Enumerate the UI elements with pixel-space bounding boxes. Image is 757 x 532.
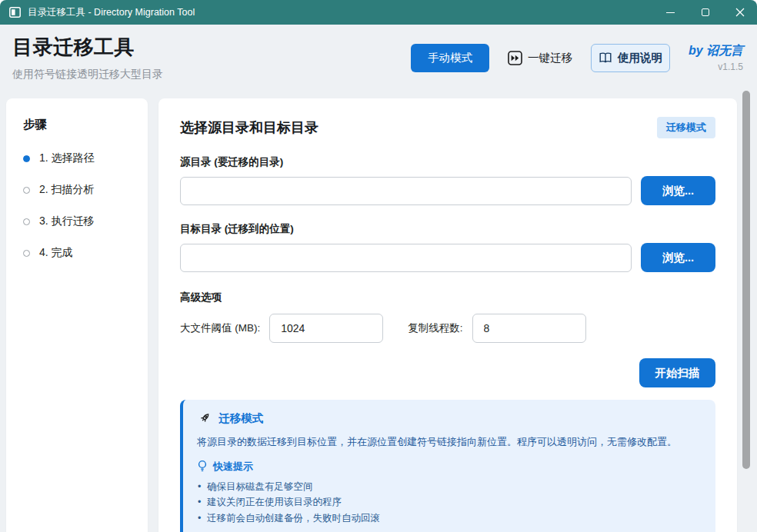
threads-input[interactable] — [472, 314, 586, 343]
window-title: 目录迁移工具 - Directory Migration Tool — [28, 6, 195, 19]
help-button[interactable]: 使用说明 — [591, 44, 670, 72]
browse-source-button[interactable]: 浏览... — [641, 176, 715, 205]
close-icon — [735, 8, 745, 17]
threshold-input[interactable] — [269, 314, 383, 343]
titlebar: 目录迁移工具 - Directory Migration Tool — [0, 0, 757, 25]
lightbulb-icon — [197, 460, 208, 473]
help-button-label: 使用说明 — [618, 51, 662, 65]
step-bullet-active — [23, 155, 30, 162]
fast-forward-icon — [508, 51, 522, 65]
step-label: 1. 选择路径 — [39, 151, 95, 165]
threshold-label: 大文件阈值 (MB): — [180, 321, 260, 335]
content-area: 步骤 1. 选择路径 2. 扫描分析 3. 执行迁移 4. 完成 选择源目录和目… — [0, 94, 757, 532]
step-label: 3. 执行迁移 — [39, 214, 95, 228]
mode-badge: 迁移模式 — [657, 117, 715, 138]
scrollbar-thumb[interactable] — [742, 91, 750, 469]
info-box-title: 迁移模式 — [218, 411, 263, 426]
step-bullet — [23, 218, 30, 225]
step-item-select-path[interactable]: 1. 选择路径 — [23, 151, 131, 165]
source-directory-label: 源目录 (要迁移的目录) — [180, 155, 715, 169]
tip-item: 迁移前会自动创建备份，失败时自动回滚 — [197, 510, 702, 527]
minimize-button[interactable] — [653, 0, 688, 25]
info-box-description: 将源目录的数据迁移到目标位置，并在源位置创建符号链接指向新位置。程序可以透明访问… — [197, 434, 702, 450]
step-label: 4. 完成 — [39, 246, 73, 260]
minimize-icon — [666, 12, 675, 13]
step-label: 2. 扫描分析 — [39, 183, 95, 197]
steps-sidebar: 步骤 1. 选择路径 2. 扫描分析 3. 执行迁移 4. 完成 — [6, 98, 148, 532]
step-item-execute-migration[interactable]: 3. 执行迁移 — [23, 214, 131, 228]
advanced-options-title: 高级选项 — [180, 291, 715, 304]
scrollbar[interactable] — [742, 89, 751, 504]
step-bullet — [23, 187, 30, 194]
target-directory-label: 目标目录 (迁移到的位置) — [180, 222, 715, 236]
source-directory-input[interactable] — [180, 177, 632, 205]
rocket-icon — [197, 411, 212, 426]
close-button[interactable] — [722, 0, 757, 25]
page-title: 目录迁移工具 — [12, 34, 163, 61]
steps-title: 步骤 — [23, 117, 131, 133]
app-window: 目录迁移工具 - Directory Migration Tool 目录迁移工具… — [0, 0, 757, 532]
tip-item: 确保目标磁盘有足够空间 — [197, 479, 702, 495]
tips-title: 快速提示 — [213, 460, 253, 474]
step-item-complete[interactable]: 4. 完成 — [23, 246, 131, 260]
manual-mode-button[interactable]: 手动模式 — [411, 44, 489, 72]
threads-label: 复制线程数: — [408, 321, 462, 335]
maximize-icon — [702, 8, 709, 16]
tip-item: 建议关闭正在使用该目录的程序 — [197, 494, 702, 510]
header: 目录迁移工具 使用符号链接透明迁移大型目录 手动模式 一键迁移 使用说明 by — [0, 25, 757, 94]
app-icon — [9, 7, 21, 18]
book-icon — [599, 52, 612, 64]
one-click-migrate-button[interactable]: 一键迁移 — [508, 51, 572, 65]
maximize-button[interactable] — [688, 0, 722, 25]
target-directory-input[interactable] — [180, 244, 632, 272]
browse-target-button[interactable]: 浏览... — [641, 243, 715, 272]
page-subtitle: 使用符号链接透明迁移大型目录 — [12, 68, 163, 81]
step-item-scan-analyze[interactable]: 2. 扫描分析 — [23, 183, 131, 197]
info-box: 迁移模式 将源目录的数据迁移到目标位置，并在源位置创建符号链接指向新位置。程序可… — [180, 400, 715, 532]
panel-title: 选择源目录和目标目录 — [180, 118, 318, 137]
main-panel: 选择源目录和目标目录 迁移模式 源目录 (要迁移的目录) 浏览... 目标目录 … — [158, 98, 737, 532]
start-scan-button[interactable]: 开始扫描 — [639, 358, 715, 387]
author-signature: by 诏无言 — [689, 43, 743, 59]
tips-list: 确保目标磁盘有足够空间 建议关闭正在使用该目录的程序 迁移前会自动创建备份，失败… — [197, 479, 702, 527]
version-label: v1.1.5 — [689, 62, 743, 72]
one-click-migrate-label: 一键迁移 — [528, 51, 572, 65]
step-bullet — [23, 250, 30, 257]
